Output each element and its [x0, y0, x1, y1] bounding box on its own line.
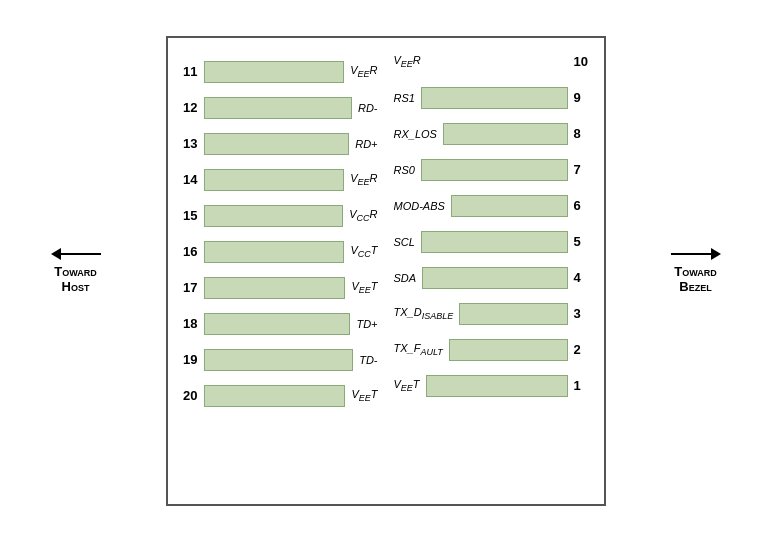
toward-bezel-text: Toward	[674, 264, 716, 279]
table-row: 18 TD+	[176, 308, 378, 340]
table-row: 12 RD-	[176, 92, 378, 124]
pin-number: 12	[176, 100, 204, 115]
pin-label: TD+	[350, 318, 377, 330]
pin-label: VEER	[344, 64, 377, 79]
right-arrow-line	[671, 248, 721, 260]
left-arrow-shaft	[61, 253, 101, 255]
left-arrowhead-icon	[51, 248, 61, 260]
pin-box	[421, 87, 568, 109]
pin-box	[204, 241, 345, 263]
pin-number: 5	[568, 234, 596, 249]
pin-number: 8	[568, 126, 596, 141]
pin-number: 10	[568, 54, 596, 69]
pin-label: VCCT	[344, 244, 377, 259]
pin-number: 20	[176, 388, 204, 403]
pin-box	[204, 277, 346, 299]
pin-box	[421, 231, 568, 253]
pin-label: RS0	[394, 164, 421, 176]
pin-number: 6	[568, 198, 596, 213]
pin-box	[204, 169, 345, 191]
pin-box	[451, 195, 568, 217]
pin-box	[449, 339, 568, 361]
pin-label: VEET	[345, 280, 377, 295]
left-pins-column: 11 VEER 12 RD- 13 RD+ 14 VEER	[168, 38, 386, 504]
toward-bezel-label: Toward Bezel	[656, 248, 736, 294]
pin-label: VCCR	[343, 208, 377, 223]
pin-box	[204, 133, 350, 155]
table-row: 5 SCL	[394, 226, 596, 258]
table-row: 6 MOD-ABS	[394, 190, 596, 222]
table-row: 19 TD-	[176, 344, 378, 376]
pin-label: MOD-ABS	[394, 200, 451, 212]
table-row: 9 RS1	[394, 82, 596, 114]
toward-host-label: Toward Host	[36, 248, 116, 294]
table-row: 10 VEER	[394, 46, 596, 78]
pin-number: 15	[176, 208, 204, 223]
pin-number: 18	[176, 316, 204, 331]
pin-number: 17	[176, 280, 204, 295]
pin-number: 1	[568, 378, 596, 393]
pin-number: 16	[176, 244, 204, 259]
table-row: 3 TX_DISABLE	[394, 298, 596, 330]
pin-label: RD-	[352, 102, 378, 114]
pin-label: VEER	[344, 172, 377, 187]
pin-number: 4	[568, 270, 596, 285]
pin-label: TX_FAULT	[394, 342, 449, 357]
pin-box	[204, 385, 346, 407]
connector-block: 11 VEER 12 RD- 13 RD+ 14 VEER	[166, 36, 606, 506]
pin-box	[204, 349, 354, 371]
pin-number: 3	[568, 306, 596, 321]
table-row: 11 VEER	[176, 56, 378, 88]
pin-label: RS1	[394, 92, 421, 104]
pin-label: RX_LOS	[394, 128, 443, 140]
bezel-text: Bezel	[679, 279, 711, 294]
table-row: 7 RS0	[394, 154, 596, 186]
pin-label: TX_DISABLE	[394, 306, 460, 321]
host-text: Host	[62, 279, 90, 294]
pin-box	[443, 123, 568, 145]
pin-label: SCL	[394, 236, 421, 248]
table-row: 16 VCCT	[176, 236, 378, 268]
pin-number: 7	[568, 162, 596, 177]
pin-number: 14	[176, 172, 204, 187]
table-row: 15 VCCR	[176, 200, 378, 232]
pin-box	[204, 313, 351, 335]
pin-box-empty	[427, 51, 568, 73]
pin-number: 13	[176, 136, 204, 151]
pin-box	[204, 61, 345, 83]
pin-label: VEET	[345, 388, 377, 403]
table-row: 13 RD+	[176, 128, 378, 160]
pin-box	[421, 159, 568, 181]
toward-host-text: Toward	[54, 264, 96, 279]
pin-label: RD+	[349, 138, 377, 150]
pin-label: VEER	[394, 54, 427, 69]
table-row: 4 SDA	[394, 262, 596, 294]
table-row: 2 TX_FAULT	[394, 334, 596, 366]
table-row: 1 VEET	[394, 370, 596, 402]
right-arrow-shaft	[671, 253, 711, 255]
right-arrowhead-icon	[711, 248, 721, 260]
pin-label: TD-	[353, 354, 377, 366]
pin-number: 11	[176, 64, 204, 79]
pin-box	[459, 303, 567, 325]
pin-number: 19	[176, 352, 204, 367]
pin-label: VEET	[394, 378, 426, 393]
pin-box	[426, 375, 568, 397]
pin-box	[422, 267, 567, 289]
pin-number: 9	[568, 90, 596, 105]
table-row: 14 VEER	[176, 164, 378, 196]
pin-number: 2	[568, 342, 596, 357]
table-row: 8 RX_LOS	[394, 118, 596, 150]
left-arrow-line	[51, 248, 101, 260]
diagram-container: Toward Host Toward Bezel 11 VEER 12 RD-	[36, 21, 736, 521]
pin-box	[204, 205, 344, 227]
table-row: 17 VEET	[176, 272, 378, 304]
right-pins-column: 10 VEER 9 RS1 8 RX_LOS 7 RS0	[386, 38, 604, 504]
table-row: 20 VEET	[176, 380, 378, 412]
pin-box	[204, 97, 352, 119]
pin-label: SDA	[394, 272, 423, 284]
